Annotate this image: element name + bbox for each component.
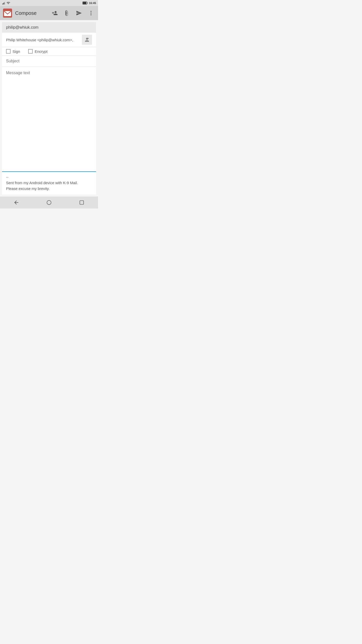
attach-button[interactable]: [63, 9, 71, 17]
recents-square-icon: [79, 200, 84, 205]
recents-button[interactable]: [74, 196, 89, 209]
back-icon: [13, 199, 19, 206]
time-display: 16:45: [89, 2, 96, 5]
add-recipient-button[interactable]: [82, 35, 92, 45]
encrypt-label: Encrypt: [35, 49, 48, 54]
more-vert-icon: [88, 10, 94, 16]
compose-form: philip@whiuk.com Philip Whitehouse <phil…: [2, 22, 96, 194]
signature-separator: --: [6, 175, 92, 179]
security-options-row: Sign Encrypt: [2, 47, 96, 56]
sign-option[interactable]: Sign: [6, 49, 20, 54]
svg-rect-12: [80, 201, 84, 205]
battery-icon: [82, 2, 88, 5]
signature-area: -- Sent from my Android device with K-9 …: [2, 172, 96, 194]
signature-text: Sent from my Android device with K-9 Mai…: [6, 180, 92, 191]
more-options-button[interactable]: [87, 9, 95, 17]
add-contact-icon: [52, 10, 58, 16]
app-logo: [3, 9, 12, 18]
to-recipients: Philip Whitehouse <philip@whiuk.com>,: [6, 38, 82, 42]
toolbar-actions: [51, 9, 95, 17]
svg-rect-1: [3, 3, 4, 5]
back-button[interactable]: [9, 196, 24, 209]
add-contact-button[interactable]: [51, 9, 59, 17]
status-bar-right: 16:45: [82, 2, 96, 5]
to-field[interactable]: Philip Whitehouse <philip@whiuk.com>,: [2, 33, 96, 47]
svg-point-9: [90, 13, 92, 14]
status-bar-left: [2, 1, 10, 5]
status-bar: 16:45: [0, 0, 98, 6]
subject-field[interactable]: [2, 56, 96, 67]
sign-label: Sign: [13, 49, 20, 54]
toolbar-title: Compose: [15, 10, 48, 16]
from-field: philip@whiuk.com: [2, 22, 96, 33]
signal-icon: [2, 1, 6, 5]
encrypt-checkbox[interactable]: [28, 49, 33, 54]
add-person-icon: [84, 37, 90, 43]
svg-point-8: [90, 11, 92, 12]
send-button[interactable]: [75, 9, 83, 17]
sign-checkbox[interactable]: [6, 49, 11, 54]
send-icon: [76, 10, 82, 16]
home-button[interactable]: [41, 196, 57, 209]
subject-input[interactable]: [6, 59, 92, 63]
navigation-bar: [0, 196, 98, 209]
encrypt-option[interactable]: Encrypt: [28, 49, 48, 54]
svg-point-10: [90, 14, 92, 15]
attach-icon: [64, 10, 70, 16]
wifi-icon: [7, 1, 10, 5]
svg-rect-0: [2, 4, 3, 4]
toolbar: Compose: [0, 6, 98, 20]
mail-logo-icon: [3, 9, 12, 18]
message-input[interactable]: [6, 71, 92, 166]
message-area[interactable]: [2, 67, 96, 172]
svg-rect-2: [4, 3, 4, 5]
svg-point-11: [47, 200, 51, 205]
home-circle-icon: [47, 200, 52, 205]
svg-rect-5: [83, 2, 86, 4]
from-email: philip@whiuk.com: [6, 25, 38, 29]
svg-rect-3: [5, 2, 5, 4]
